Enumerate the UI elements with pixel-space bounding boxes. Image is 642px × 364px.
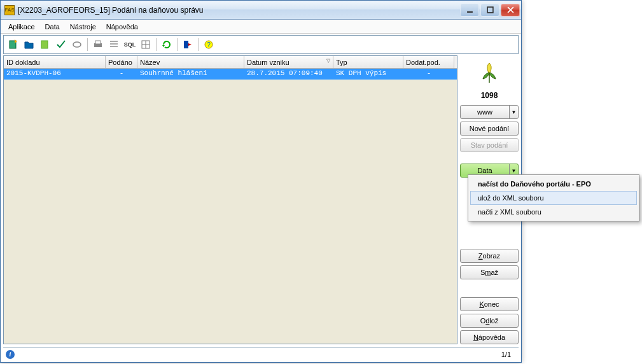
www-button[interactable]: www ▼ bbox=[460, 105, 519, 119]
status-left: i bbox=[6, 350, 496, 359]
menu-nastroje[interactable]: Nástroje bbox=[65, 21, 101, 32]
toolbar-list-icon[interactable] bbox=[107, 38, 121, 52]
svg-rect-8 bbox=[95, 41, 101, 44]
toolbar-sep bbox=[198, 38, 199, 51]
cell-datum: 28.7.2015 07:09:40 bbox=[244, 69, 333, 80]
content-area: ID dokladu Podáno Název Datum vzniku▽ Ty… bbox=[3, 55, 519, 344]
nove-podani-button[interactable]: Nové podání bbox=[460, 122, 519, 136]
toolbar-sep bbox=[87, 38, 88, 51]
col-id[interactable]: ID dokladu bbox=[4, 56, 106, 68]
table-body[interactable]: 2015-KVDPH-06 - Souhrnné hlášení 28.7.20… bbox=[4, 69, 457, 344]
toolbar-help-icon[interactable]: ? bbox=[202, 38, 216, 52]
zobraz-button[interactable]: Zobraz bbox=[460, 249, 519, 263]
sort-desc-icon: ▽ bbox=[326, 58, 330, 64]
col-podano[interactable]: Podáno bbox=[106, 56, 137, 68]
cell-typ: SK DPH výpis bbox=[333, 69, 403, 80]
dropdown-item-load-xml[interactable]: načti z XML souboru bbox=[470, 205, 637, 219]
toolbar-sep bbox=[156, 38, 157, 51]
minimize-button[interactable] bbox=[460, 4, 479, 17]
svg-rect-15 bbox=[184, 41, 188, 48]
toolbar-exit-icon[interactable] bbox=[181, 38, 195, 52]
svg-rect-1 bbox=[487, 7, 493, 13]
spacer bbox=[460, 155, 519, 161]
data-dropdown-menu: načíst do Daňového portálu - EPO ulož do… bbox=[468, 174, 639, 221]
col-datum[interactable]: Datum vzniku▽ bbox=[244, 56, 333, 68]
col-typ[interactable]: Typ bbox=[333, 56, 403, 68]
app-icon: FAS bbox=[4, 5, 15, 15]
toolbar-refresh-icon[interactable] bbox=[160, 38, 174, 52]
napoveda-button[interactable]: Nápověda bbox=[460, 330, 519, 344]
toolbar-check-icon[interactable] bbox=[54, 38, 68, 52]
record-count: 1098 bbox=[460, 91, 519, 102]
statusbar: i 1/1 bbox=[3, 347, 519, 361]
odloz-button[interactable]: Odlož bbox=[460, 314, 519, 328]
cell-nazev: Souhrnné hlášení bbox=[137, 69, 244, 80]
svg-text:?: ? bbox=[207, 41, 211, 48]
zobraz-label: obraz bbox=[483, 252, 501, 260]
close-button[interactable] bbox=[501, 4, 520, 17]
cell-id: 2015-KVDPH-06 bbox=[4, 69, 106, 80]
col-dodat[interactable]: Dodat.pod. bbox=[403, 56, 454, 68]
col-nazev[interactable]: Název bbox=[137, 56, 244, 68]
stav-podani-button: Stav podání bbox=[460, 138, 519, 152]
toolbar-open-icon[interactable] bbox=[22, 38, 36, 52]
smaz-label: až bbox=[491, 269, 498, 276]
konec-label: onec bbox=[484, 300, 499, 308]
toolbar-new-icon[interactable] bbox=[6, 38, 20, 52]
maximize-button[interactable] bbox=[480, 4, 499, 17]
table-row[interactable]: 2015-KVDPH-06 - Souhrnné hlášení 28.7.20… bbox=[4, 69, 457, 80]
toolbar-sql-icon[interactable]: SQL bbox=[123, 38, 137, 52]
col-datum-label: Datum vzniku bbox=[247, 59, 290, 66]
cell-dodat: - bbox=[403, 69, 454, 80]
napoveda-label: ápověda bbox=[478, 333, 505, 341]
toolbar-erase-icon[interactable] bbox=[70, 38, 84, 52]
spacer bbox=[460, 282, 519, 295]
window-controls bbox=[459, 4, 520, 17]
table-header: ID dokladu Podáno Název Datum vzniku▽ Ty… bbox=[4, 56, 457, 69]
konec-button[interactable]: Konec bbox=[460, 297, 519, 311]
www-dropdown-icon[interactable]: ▼ bbox=[509, 106, 518, 118]
cell-podano: - bbox=[106, 69, 137, 80]
status-page: 1/1 bbox=[496, 351, 516, 358]
toolbar-print-icon[interactable] bbox=[91, 38, 105, 52]
odloz-label: lož bbox=[489, 317, 498, 325]
main-window: FAS [X2203_AGROFEORS_15] Podání na daňov… bbox=[0, 0, 522, 363]
menu-napoveda[interactable]: Nápověda bbox=[101, 21, 143, 32]
info-icon[interactable]: i bbox=[6, 350, 15, 359]
toolbar-grid-icon[interactable] bbox=[139, 38, 153, 52]
menu-aplikace[interactable]: Aplikace bbox=[3, 21, 40, 32]
data-table: ID dokladu Podáno Název Datum vzniku▽ Ty… bbox=[3, 55, 457, 344]
titlebar: FAS [X2203_AGROFEORS_15] Podání na daňov… bbox=[1, 1, 521, 20]
dropdown-item-epo[interactable]: načíst do Daňového portálu - EPO bbox=[470, 177, 637, 191]
toolbar: SQL ? bbox=[3, 35, 519, 54]
svg-rect-5 bbox=[41, 41, 48, 48]
logo-icon bbox=[460, 57, 519, 88]
svg-point-6 bbox=[73, 42, 81, 47]
toolbar-edit-icon[interactable] bbox=[38, 38, 52, 52]
smaz-button[interactable]: Smaž bbox=[460, 265, 519, 279]
toolbar-sep bbox=[177, 38, 178, 51]
data-label: Data bbox=[477, 167, 492, 174]
menu-data[interactable]: Data bbox=[40, 21, 65, 32]
menubar: Aplikace Data Nástroje Nápověda bbox=[1, 20, 521, 34]
www-label: www bbox=[477, 108, 492, 116]
window-title: [X2203_AGROFEORS_15] Podání na daňovou s… bbox=[18, 6, 459, 15]
dropdown-item-save-xml[interactable]: ulož do XML souboru bbox=[470, 191, 637, 205]
